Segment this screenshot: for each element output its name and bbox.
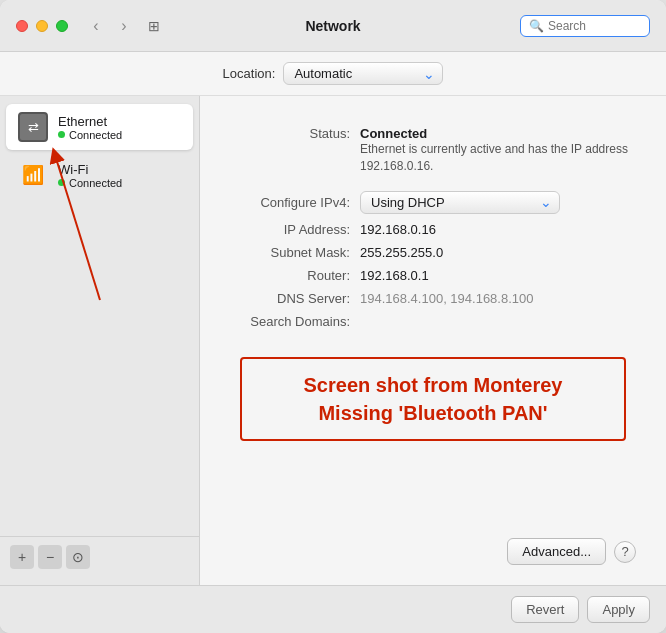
nav-buttons: ‹ › xyxy=(84,14,136,38)
location-label: Location: xyxy=(223,66,276,81)
dns-value: 194.168.4.100, 194.168.8.100 xyxy=(360,291,534,306)
location-bar: Location: Automatic xyxy=(0,52,666,96)
status-description: Ethernet is currently active and has the… xyxy=(360,142,628,173)
wifi-name: Wi-Fi xyxy=(58,162,122,177)
router-label: Router: xyxy=(230,268,360,283)
configure-select[interactable]: Using DHCP xyxy=(360,191,560,214)
ethernet-status-dot xyxy=(58,131,65,138)
ethernet-status-label: Connected xyxy=(69,129,122,141)
wifi-icon: 📶 xyxy=(22,164,44,186)
help-button[interactable]: ? xyxy=(614,541,636,563)
subnet-value: 255.255.255.0 xyxy=(360,245,443,260)
traffic-lights xyxy=(16,20,68,32)
search-box[interactable]: 🔍 xyxy=(520,15,650,37)
configure-select-wrapper: Using DHCP xyxy=(360,191,560,214)
configure-label: Configure IPv4: xyxy=(230,195,360,210)
status-label: Status: xyxy=(230,126,360,141)
location-select-wrapper: Automatic xyxy=(283,62,443,85)
apply-button[interactable]: Apply xyxy=(587,596,650,623)
ethernet-text: Ethernet Connected xyxy=(58,114,122,141)
action-menu-button[interactable]: ⊙ xyxy=(66,545,90,569)
ethernet-name: Ethernet xyxy=(58,114,122,129)
status-value-group: Connected Ethernet is currently active a… xyxy=(360,126,636,175)
subnet-row: Subnet Mask: 255.255.255.0 xyxy=(230,245,636,260)
advanced-button[interactable]: Advanced... xyxy=(507,538,606,565)
grid-icon[interactable]: ⊞ xyxy=(148,18,160,34)
router-value: 192.168.0.1 xyxy=(360,268,429,283)
back-button[interactable]: ‹ xyxy=(84,14,108,38)
add-network-button[interactable]: + xyxy=(10,545,34,569)
ip-value: 192.168.0.16 xyxy=(360,222,436,237)
ethernet-status: Connected xyxy=(58,129,122,141)
wifi-icon-wrapper: 📶 xyxy=(18,160,48,190)
wifi-status-label: Connected xyxy=(69,177,122,189)
sidebar-footer: + − ⊙ xyxy=(0,536,199,577)
ip-label: IP Address: xyxy=(230,222,360,237)
subnet-label: Subnet Mask: xyxy=(230,245,360,260)
maximize-button[interactable] xyxy=(56,20,68,32)
ethernet-icon xyxy=(18,112,48,142)
search-icon: 🔍 xyxy=(529,19,544,33)
search-input[interactable] xyxy=(548,19,641,33)
main-content: Ethernet Connected 📶 Wi-Fi Connected xyxy=(0,96,666,585)
annotation-box: Screen shot from MontereyMissing 'Blueto… xyxy=(240,357,626,441)
detail-panel: Status: Connected Ethernet is currently … xyxy=(200,96,666,585)
location-select[interactable]: Automatic xyxy=(283,62,443,85)
search-domains-row: Search Domains: xyxy=(230,314,636,329)
status-value: Connected xyxy=(360,126,427,141)
ip-row: IP Address: 192.168.0.16 xyxy=(230,222,636,237)
minimize-button[interactable] xyxy=(36,20,48,32)
wifi-text: Wi-Fi Connected xyxy=(58,162,122,189)
sidebar-item-wifi[interactable]: 📶 Wi-Fi Connected xyxy=(6,152,193,198)
router-row: Router: 192.168.0.1 xyxy=(230,268,636,283)
close-button[interactable] xyxy=(16,20,28,32)
dns-label: DNS Server: xyxy=(230,291,360,306)
annotation-text: Screen shot from MontereyMissing 'Blueto… xyxy=(262,371,604,427)
window-title: Network xyxy=(305,18,360,34)
titlebar: ‹ › ⊞ Network 🔍 xyxy=(0,0,666,52)
wifi-status-dot xyxy=(58,179,65,186)
network-preferences-window: ‹ › ⊞ Network 🔍 Location: Automatic xyxy=(0,0,666,633)
search-domains-label: Search Domains: xyxy=(230,314,360,329)
revert-button[interactable]: Revert xyxy=(511,596,579,623)
dns-row: DNS Server: 194.168.4.100, 194.168.8.100 xyxy=(230,291,636,306)
forward-button[interactable]: › xyxy=(112,14,136,38)
bottom-bar: Revert Apply xyxy=(0,585,666,633)
sidebar-item-ethernet[interactable]: Ethernet Connected xyxy=(6,104,193,150)
configure-row: Configure IPv4: Using DHCP xyxy=(230,191,636,214)
status-row: Status: Connected Ethernet is currently … xyxy=(230,126,636,175)
sidebar: Ethernet Connected 📶 Wi-Fi Connected xyxy=(0,96,200,585)
remove-network-button[interactable]: − xyxy=(38,545,62,569)
wifi-status: Connected xyxy=(58,177,122,189)
